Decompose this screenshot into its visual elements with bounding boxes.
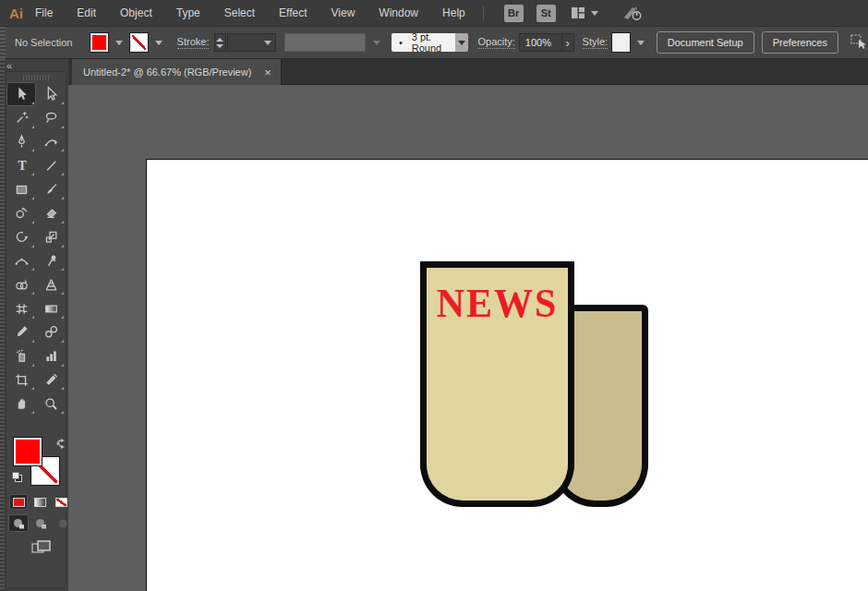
- tool-blend[interactable]: [36, 320, 66, 344]
- draw-normal-button[interactable]: [8, 514, 29, 532]
- tools-panel: T: [6, 71, 66, 588]
- newspaper-front-sheet[interactable]: NEWS: [420, 261, 574, 507]
- chevron-down-icon: [216, 44, 223, 48]
- tool-zoom[interactable]: [36, 392, 66, 416]
- tool-direct-selection[interactable]: [36, 82, 66, 106]
- menu-object[interactable]: Object: [108, 0, 164, 27]
- magic-wand-tool-icon: [14, 110, 30, 126]
- fill-color-proxy[interactable]: [14, 438, 42, 465]
- tool-scale[interactable]: [36, 225, 66, 249]
- select-similar-button[interactable]: [850, 33, 868, 52]
- newspaper-headline[interactable]: NEWS: [427, 280, 568, 326]
- fill-color-swatch[interactable]: [90, 33, 108, 52]
- curvature-tool-icon: [43, 134, 59, 150]
- chevron-down-icon: [264, 41, 271, 45]
- menu-file[interactable]: File: [23, 0, 65, 27]
- stroke-weight-dropdown[interactable]: [227, 33, 277, 52]
- artboard-tool-icon: [14, 372, 30, 388]
- collapse-panel-button[interactable]: «: [6, 60, 11, 71]
- canvas-pasteboard[interactable]: NEWS: [68, 85, 868, 591]
- tool-mesh[interactable]: [6, 296, 36, 320]
- tool-curvature[interactable]: [36, 130, 66, 154]
- tool-line-segment[interactable]: [36, 153, 66, 177]
- tool-rotate[interactable]: [6, 225, 36, 249]
- menu-edit[interactable]: Edit: [65, 0, 108, 27]
- tab-close-button[interactable]: ×: [264, 66, 271, 78]
- tool-eraser[interactable]: [36, 201, 66, 225]
- workspace-switcher[interactable]: [571, 6, 598, 19]
- stroke-weight-stepper[interactable]: [214, 33, 225, 52]
- stroke-color-swatch[interactable]: [130, 33, 148, 52]
- gpu-performance-indicator[interactable]: [621, 4, 645, 22]
- swap-arrows-icon: [54, 438, 67, 450]
- color-chip-icon: [13, 498, 25, 507]
- gradient-button[interactable]: [30, 494, 49, 510]
- shape-builder-tool-icon: [14, 277, 30, 293]
- menu-type[interactable]: Type: [164, 0, 212, 27]
- tool-slice[interactable]: [36, 368, 66, 392]
- document-tab[interactable]: Untitled-2* @ 66.67% (RGB/Preview) ×: [72, 59, 282, 85]
- hand-tool-icon: [14, 396, 30, 412]
- draw-normal-icon: [12, 517, 26, 530]
- tool-paintbrush[interactable]: [36, 177, 66, 201]
- direct-selection-tool-icon: [43, 86, 59, 102]
- menu-window[interactable]: Window: [367, 0, 430, 27]
- control-bar: No Selection Stroke: • 3 pt. Round Opaci…: [0, 27, 868, 59]
- opacity-dropdown-button[interactable]: ›: [562, 33, 574, 52]
- tool-width[interactable]: [6, 249, 36, 273]
- document-setup-button[interactable]: Document Setup: [657, 31, 754, 54]
- tool-pen[interactable]: [6, 130, 36, 154]
- chevron-down-icon: [591, 11, 598, 16]
- menu-help[interactable]: Help: [430, 0, 477, 27]
- panel-drag-grip[interactable]: [23, 75, 49, 80]
- color-button[interactable]: [9, 494, 28, 510]
- pen-tool-icon: [14, 134, 30, 150]
- tool-rectangle[interactable]: [6, 177, 36, 201]
- opacity-panel-link[interactable]: Opacity:: [477, 36, 514, 49]
- width-tool-icon: [14, 253, 30, 269]
- paint-style-row: [9, 494, 70, 510]
- slice-tool-icon: [43, 372, 59, 388]
- tool-puppet-warp[interactable]: [36, 249, 66, 273]
- bridge-button[interactable]: Br: [504, 5, 524, 22]
- stroke-dropdown-button[interactable]: [150, 33, 163, 52]
- tool-gradient[interactable]: [36, 296, 66, 320]
- brush-dropdown-button[interactable]: [455, 33, 469, 52]
- puppet-warp-tool-icon: [43, 253, 59, 269]
- fill-dropdown-button[interactable]: [110, 33, 123, 52]
- menu-select[interactable]: Select: [212, 0, 267, 27]
- draw-behind-button[interactable]: [30, 514, 51, 532]
- tool-shaper[interactable]: [6, 201, 36, 225]
- tool-perspective-grid[interactable]: [36, 272, 66, 296]
- menu-view[interactable]: View: [319, 0, 368, 27]
- tool-eyedropper[interactable]: [6, 320, 36, 344]
- tool-lasso[interactable]: [36, 106, 66, 130]
- style-dropdown-button[interactable]: [632, 33, 645, 52]
- profile-dropdown-button: [368, 33, 380, 52]
- brush-definition-field[interactable]: • 3 pt. Round: [392, 33, 455, 52]
- tool-shape-builder[interactable]: [6, 272, 36, 296]
- opacity-input[interactable]: 100%: [519, 33, 562, 52]
- default-fill-stroke-button[interactable]: [11, 471, 24, 488]
- scale-tool-icon: [43, 229, 59, 245]
- stock-button[interactable]: St: [536, 5, 556, 22]
- tool-selection[interactable]: [6, 82, 36, 106]
- chevron-down-icon: [115, 41, 123, 45]
- style-panel-link[interactable]: Style:: [583, 36, 609, 49]
- tool-artboard[interactable]: [6, 368, 36, 392]
- tool-hand[interactable]: [6, 392, 36, 416]
- preferences-button[interactable]: Preferences: [762, 31, 838, 54]
- none-button[interactable]: [52, 494, 70, 510]
- variable-width-profile-dropdown: [284, 33, 366, 52]
- control-bar-grip[interactable]: [0, 27, 6, 59]
- stroke-panel-link[interactable]: Stroke:: [177, 36, 210, 49]
- menu-effect[interactable]: Effect: [267, 0, 319, 27]
- dock-edge-grip[interactable]: [0, 59, 5, 591]
- swap-fill-stroke-button[interactable]: [54, 437, 67, 453]
- style-swatch[interactable]: [612, 33, 630, 52]
- tool-symbol-sprayer[interactable]: [6, 344, 36, 368]
- tool-column-graph[interactable]: [36, 344, 66, 368]
- tool-magic-wand[interactable]: [6, 106, 36, 130]
- tool-type[interactable]: T: [6, 153, 36, 177]
- change-screen-mode-button[interactable]: [30, 538, 53, 561]
